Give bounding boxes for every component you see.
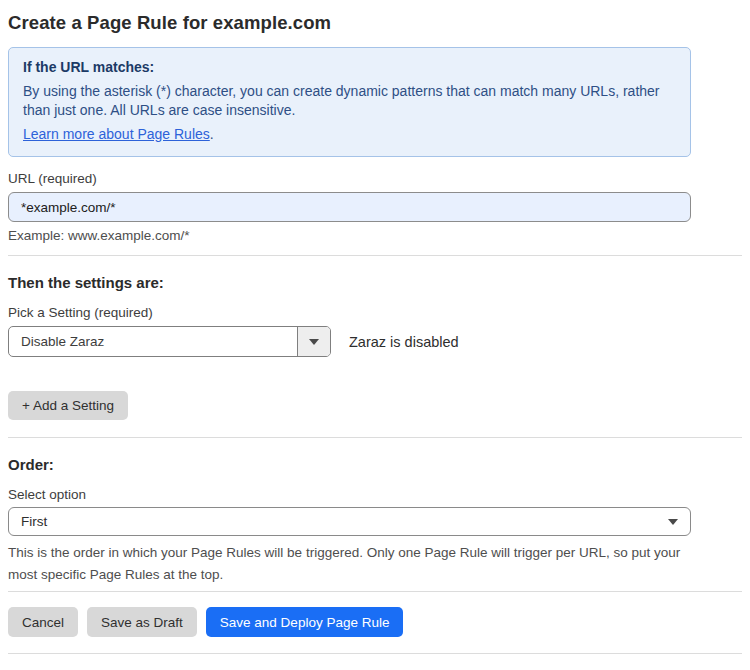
order-select-label: Select option [8,487,750,502]
info-box-link-line: Learn more about Page Rules. [23,125,676,145]
setting-picker-row: Disable Zaraz Zaraz is disabled [8,326,750,357]
add-setting-button[interactable]: + Add a Setting [8,391,128,420]
learn-more-link[interactable]: Learn more about Page Rules [23,126,210,142]
chevron-down-icon [309,339,319,345]
cancel-button[interactable]: Cancel [8,607,78,637]
setting-dropdown[interactable]: Disable Zaraz [8,326,331,357]
page-title: Create a Page Rule for example.com [8,12,750,34]
info-box-body: By using the asterisk (*) character, you… [23,82,673,121]
divider [8,653,742,654]
divider [8,591,742,592]
divider [8,437,742,438]
chevron-down-icon [668,519,678,525]
order-select[interactable]: First [8,507,691,536]
url-match-info-box: If the URL matches: By using the asteris… [8,47,691,157]
link-suffix: . [210,126,214,142]
page-rule-form: Create a Page Rule for example.com If th… [0,0,750,654]
info-box-heading: If the URL matches: [23,58,676,78]
url-example-helper: Example: www.example.com/* [8,228,750,243]
save-draft-button[interactable]: Save as Draft [87,607,197,637]
url-input[interactable] [8,192,691,222]
url-field-label: URL (required) [8,171,750,186]
settings-section-heading: Then the settings are: [8,274,750,291]
footer-actions: Cancel Save as Draft Save and Deploy Pag… [8,607,750,637]
order-select-value: First [21,514,47,529]
order-section-heading: Order: [8,456,750,473]
save-deploy-button[interactable]: Save and Deploy Page Rule [206,607,404,637]
setting-status-text: Zaraz is disabled [349,334,459,350]
setting-dropdown-value: Disable Zaraz [9,327,297,356]
divider [8,255,742,256]
setting-dropdown-arrow-button[interactable] [297,327,330,356]
pick-setting-label: Pick a Setting (required) [8,305,750,320]
order-helper-text: This is the order in which your Page Rul… [8,542,698,586]
